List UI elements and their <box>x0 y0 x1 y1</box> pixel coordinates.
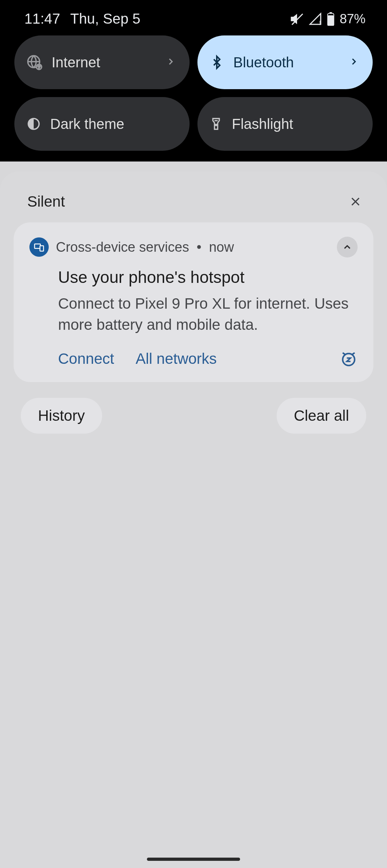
qs-flashlight-tile[interactable]: Flashlight <box>197 97 373 151</box>
snooze-button[interactable] <box>340 350 358 368</box>
cross-device-icon <box>29 237 49 257</box>
battery-percentage: 87% <box>340 11 366 26</box>
clear-all-button[interactable]: Clear all <box>277 398 366 434</box>
section-title-silent: Silent <box>27 193 65 210</box>
qs-internet-label: Internet <box>52 54 157 71</box>
svg-rect-4 <box>328 15 334 25</box>
svg-text:?: ? <box>38 64 40 70</box>
battery-icon <box>327 12 335 26</box>
flashlight-icon <box>210 116 223 132</box>
qs-bluetooth-label: Bluetooth <box>233 54 340 71</box>
qs-dark-theme-tile[interactable]: Dark theme <box>14 97 190 151</box>
svg-text:!: ! <box>319 19 321 25</box>
qs-dark-theme-label: Dark theme <box>50 116 175 132</box>
mute-icon <box>290 12 304 26</box>
svg-point-10 <box>215 124 217 126</box>
notification-title: Use your phone's hotspot <box>58 267 358 287</box>
qs-internet-tile[interactable]: ? Internet <box>14 35 190 89</box>
notification-meta: Cross-device services • now <box>56 240 330 255</box>
dismiss-section-button[interactable] <box>348 194 363 209</box>
globe-icon: ? <box>27 54 42 70</box>
status-time: 11:47 <box>24 11 60 27</box>
nav-handle[interactable] <box>147 858 240 861</box>
history-button[interactable]: History <box>21 398 102 434</box>
notification-shade: Silent Cross-device services • now Use y… <box>0 172 387 868</box>
status-date: Thu, Sep 5 <box>70 11 140 27</box>
bluetooth-icon <box>210 54 224 71</box>
status-bar: 11:47 Thu, Sep 5 ! <box>0 11 387 35</box>
chevron-right-icon <box>166 57 175 68</box>
notification-card[interactable]: Cross-device services • now Use your pho… <box>14 222 373 382</box>
svg-rect-12 <box>40 246 44 251</box>
qs-flashlight-label: Flashlight <box>232 116 358 132</box>
qs-bluetooth-tile[interactable]: Bluetooth <box>197 35 373 89</box>
chevron-right-icon <box>349 57 358 68</box>
signal-icon: ! <box>309 13 322 25</box>
all-networks-action[interactable]: All networks <box>135 350 216 367</box>
connect-action[interactable]: Connect <box>58 350 114 367</box>
notification-body: Connect to Pixel 9 Pro XL for internet. … <box>58 293 358 336</box>
dark-theme-icon <box>27 117 41 131</box>
collapse-button[interactable] <box>337 237 358 257</box>
